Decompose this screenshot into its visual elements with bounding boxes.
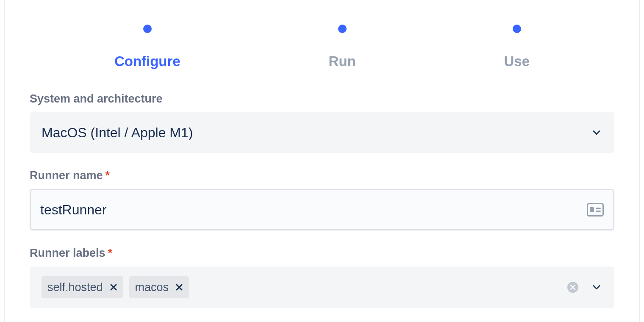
step-dot-icon [513,25,521,33]
tag-text: self.hosted [47,281,103,294]
runner-labels-select[interactable]: self.hosted macos [30,266,614,308]
step-dot-icon [143,25,152,33]
field-label: Runner labels* [30,247,614,260]
clear-all-icon[interactable] [567,281,579,293]
tag-self-hosted: self.hosted [42,276,123,298]
step-run[interactable]: Run [329,25,356,69]
label-text: Runner name [30,169,103,182]
remove-tag-icon[interactable] [110,283,117,291]
label-text: Runner labels [30,247,105,259]
required-asterisk: * [108,247,113,259]
runner-config-modal: Configure Run Use System and architectur… [4,0,640,322]
step-label: Configure [114,53,180,69]
field-system-architecture: System and architecture MacOS (Intel / A… [30,92,614,153]
tag-text: macos [135,281,169,294]
runner-name-input-wrap [30,189,614,230]
step-dot-icon [338,25,347,33]
runner-name-input[interactable] [40,202,587,218]
field-runner-labels: Runner labels* self.hosted macos [30,247,614,308]
required-asterisk: * [105,169,110,182]
form-content: System and architecture MacOS (Intel / A… [30,92,614,308]
step-use[interactable]: Use [504,25,530,69]
chevron-down-icon [591,127,602,139]
remove-tag-icon[interactable] [175,283,183,291]
svg-rect-3 [596,211,601,212]
id-card-icon [587,203,604,217]
system-select[interactable]: MacOS (Intel / Apple M1) [30,112,614,153]
step-configure[interactable]: Configure [114,25,180,69]
field-label: Runner name* [30,169,614,182]
step-label: Use [504,53,530,69]
svg-rect-2 [596,208,601,209]
svg-rect-1 [590,207,594,212]
select-value: MacOS (Intel / Apple M1) [42,125,193,141]
tag-macos: macos [129,276,189,298]
tags-area: self.hosted macos [42,276,562,298]
field-label: System and architecture [30,92,614,105]
wizard-stepper: Configure Run Use [40,0,604,92]
step-label: Run [329,53,356,69]
field-runner-name: Runner name* [30,169,614,230]
chevron-down-icon [591,281,602,293]
